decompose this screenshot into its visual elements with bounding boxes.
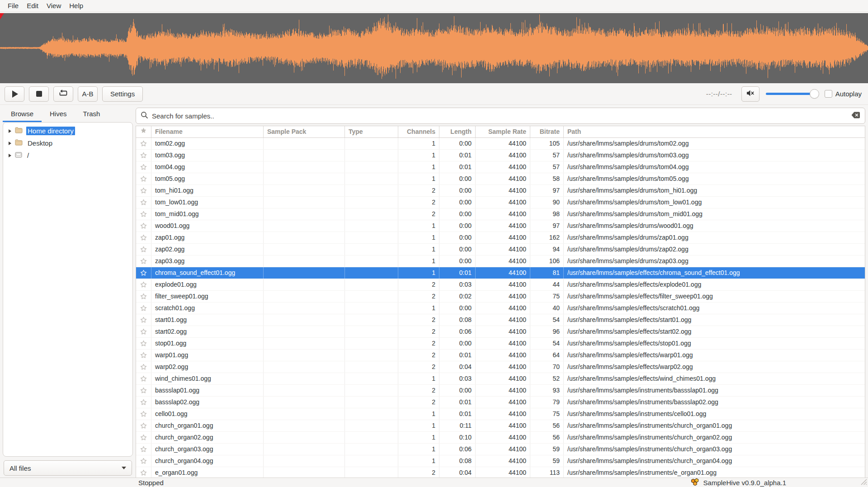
favorite-star-icon[interactable]	[136, 267, 151, 279]
favorite-star-icon[interactable]	[136, 197, 151, 208]
table-row[interactable]: tom_mid01.ogg20:004410098/usr/share/lmms…	[136, 208, 865, 220]
resize-grip[interactable]	[860, 478, 867, 487]
table-row[interactable]: zap03.ogg10:0044100106/usr/share/lmms/sa…	[136, 255, 865, 267]
cell-filename: tom_mid01.ogg	[151, 208, 264, 220]
favorite-star-icon[interactable]	[136, 467, 151, 478]
favorite-star-icon[interactable]	[136, 408, 151, 420]
favorite-star-icon[interactable]	[136, 185, 151, 196]
tab-browse[interactable]: Browse	[3, 107, 42, 122]
table-row[interactable]: filter_sweep01.ogg20:024410075/usr/share…	[136, 291, 865, 303]
table-row[interactable]: wind_chimes01.ogg10:034410052/usr/share/…	[136, 373, 865, 385]
expander-icon[interactable]	[9, 129, 11, 133]
table-row[interactable]: zap01.ogg10:0044100162/usr/share/lmms/sa…	[136, 232, 865, 244]
favorite-star-icon[interactable]	[136, 432, 151, 443]
menu-view[interactable]: View	[42, 0, 65, 12]
volume-slider-thumb[interactable]	[810, 89, 819, 99]
menu-help[interactable]: Help	[65, 0, 87, 12]
tab-hives[interactable]: Hives	[42, 107, 75, 122]
favorite-star-icon[interactable]	[136, 291, 151, 302]
samplehive-logo-icon	[690, 478, 700, 487]
column-header-favorite[interactable]	[136, 126, 151, 137]
cell-filename: church_organ02.ogg	[151, 432, 264, 443]
favorite-star-icon[interactable]	[136, 338, 151, 349]
favorite-star-icon[interactable]	[136, 444, 151, 455]
menu-file[interactable]: File	[4, 0, 23, 12]
file-filter-dropdown[interactable]: All files	[4, 460, 132, 476]
table-row[interactable]: scratch01.ogg10:004410040/usr/share/lmms…	[136, 303, 865, 314]
favorite-star-icon[interactable]	[136, 220, 151, 232]
column-header-channels[interactable]: Channels	[398, 126, 439, 137]
favorite-star-icon[interactable]	[136, 361, 151, 373]
favorite-star-icon[interactable]	[136, 420, 151, 431]
table-row[interactable]: church_organ01.ogg10:114410056/usr/share…	[136, 420, 865, 432]
table-row[interactable]: church_organ04.ogg10:084410059/usr/share…	[136, 455, 865, 467]
column-header-path[interactable]: Path	[564, 126, 865, 137]
table-row[interactable]: church_organ03.ogg10:064410059/usr/share…	[136, 444, 865, 455]
favorite-star-icon[interactable]	[136, 350, 151, 361]
favorite-star-icon[interactable]	[136, 150, 151, 161]
table-row[interactable]: warp02.ogg20:044410070/usr/share/lmms/sa…	[136, 361, 865, 373]
autoplay-checkbox[interactable]	[825, 90, 832, 98]
stop-button[interactable]	[29, 86, 49, 102]
column-header-length[interactable]: Length	[439, 126, 476, 137]
expander-icon[interactable]	[9, 142, 11, 145]
table-row[interactable]: tom_low01.ogg20:004410090/usr/share/lmms…	[136, 197, 865, 208]
search-input[interactable]	[152, 112, 847, 120]
table-row[interactable]: start02.ogg20:064410096/usr/share/lmms/s…	[136, 326, 865, 338]
column-header-sample-pack[interactable]: Sample Pack	[264, 126, 345, 137]
table-row[interactable]: stop01.ogg20:004410054/usr/share/lmms/sa…	[136, 338, 865, 350]
favorite-star-icon[interactable]	[136, 244, 151, 255]
tree-item-home[interactable]: Home directory	[3, 125, 132, 137]
favorite-star-icon[interactable]	[136, 314, 151, 326]
column-header-filename[interactable]: Filename	[151, 126, 264, 137]
table-row[interactable]: start01.ogg20:084410054/usr/share/lmms/s…	[136, 314, 865, 326]
tab-trash[interactable]: Trash	[75, 107, 108, 122]
play-button[interactable]	[5, 86, 24, 102]
table-row[interactable]: warp01.ogg20:014410064/usr/share/lmms/sa…	[136, 350, 865, 361]
clear-search-icon[interactable]	[851, 111, 860, 121]
cell-sample-pack	[264, 467, 345, 478]
table-row[interactable]: chroma_sound_effect01.ogg10:014410081/us…	[136, 267, 865, 279]
cell-filename: bassslap02.ogg	[151, 397, 264, 408]
table-row[interactable]: bassslap01.ogg20:004410093/usr/share/lmm…	[136, 385, 865, 397]
favorite-star-icon[interactable]	[136, 208, 151, 220]
table-row[interactable]: tom05.ogg10:004410058/usr/share/lmms/sam…	[136, 173, 865, 185]
favorite-star-icon[interactable]	[136, 397, 151, 408]
column-header-sample-rate[interactable]: Sample Rate	[476, 126, 530, 137]
table-row[interactable]: tom04.ogg10:014410057/usr/share/lmms/sam…	[136, 161, 865, 173]
table-row[interactable]: wood01.ogg10:004410097/usr/share/lmms/sa…	[136, 220, 865, 232]
column-header-type[interactable]: Type	[345, 126, 398, 137]
favorite-star-icon[interactable]	[136, 455, 151, 467]
favorite-star-icon[interactable]	[136, 255, 151, 267]
favorite-star-icon[interactable]	[136, 173, 151, 184]
favorite-star-icon[interactable]	[136, 279, 151, 290]
favorite-star-icon[interactable]	[136, 373, 151, 384]
table-row[interactable]: bassslap02.ogg20:014410079/usr/share/lmm…	[136, 397, 865, 408]
mute-button[interactable]	[741, 86, 760, 102]
settings-button[interactable]: Settings	[102, 86, 143, 102]
loop-button[interactable]	[53, 86, 73, 102]
table-row[interactable]: tom_hi01.ogg20:004410097/usr/share/lmms/…	[136, 185, 865, 197]
table-row[interactable]: cello01.ogg10:014410075/usr/share/lmms/s…	[136, 408, 865, 420]
volume-slider[interactable]	[766, 89, 818, 99]
tree-item-desktop[interactable]: Desktop	[3, 137, 132, 149]
table-row[interactable]: zap02.ogg10:004410094/usr/share/lmms/sam…	[136, 244, 865, 255]
column-header-bitrate[interactable]: Bitrate	[530, 126, 564, 137]
favorite-star-icon[interactable]	[136, 303, 151, 314]
favorite-star-icon[interactable]	[136, 385, 151, 396]
favorite-star-icon[interactable]	[136, 326, 151, 337]
cell-channels: 2	[398, 279, 439, 290]
waveform-display[interactable]	[0, 12, 868, 83]
expander-icon[interactable]	[9, 154, 11, 157]
loop-ab-button[interactable]: A-B	[78, 86, 98, 102]
table-row[interactable]: tom03.ogg10:014410057/usr/share/lmms/sam…	[136, 150, 865, 161]
table-row[interactable]: tom02.ogg10:0044100105/usr/share/lmms/sa…	[136, 138, 865, 150]
tree-item-root[interactable]: /	[3, 149, 132, 161]
menu-edit[interactable]: Edit	[23, 0, 42, 12]
favorite-star-icon[interactable]	[136, 161, 151, 173]
table-row[interactable]: e_organ01.ogg20:0444100113/usr/share/lmm…	[136, 467, 865, 478]
table-row[interactable]: church_organ02.ogg10:104410056/usr/share…	[136, 432, 865, 444]
favorite-star-icon[interactable]	[136, 232, 151, 243]
favorite-star-icon[interactable]	[136, 138, 151, 149]
table-row[interactable]: explode01.ogg20:034410044/usr/share/lmms…	[136, 279, 865, 291]
